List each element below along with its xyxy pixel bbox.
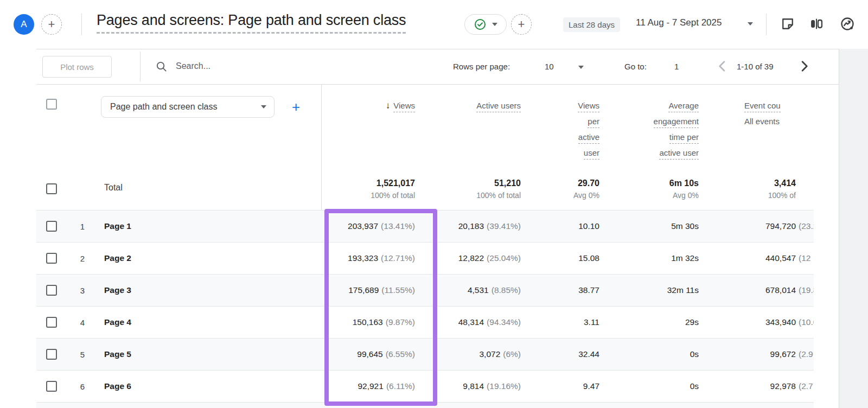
event-count-cell: 678,014(19.8 bbox=[722, 275, 796, 306]
dimension-selector-label: Page path and screen class bbox=[110, 102, 217, 112]
notes-icon[interactable] bbox=[780, 16, 795, 31]
rows-per-page-caret-icon[interactable] bbox=[578, 66, 584, 69]
total-views: 1,521,017100% of total bbox=[329, 168, 415, 210]
table-row: 2 Page 2 193,323(12.71%) 12,822(25.04%) … bbox=[36, 243, 814, 275]
total-event-count: 3,414100% of bbox=[722, 168, 796, 210]
row-index: 6 bbox=[74, 371, 91, 402]
chevron-down-icon bbox=[492, 23, 497, 26]
total-active-users: 51,210100% of total bbox=[429, 168, 521, 210]
active-users-cell: 48,314(94.34%) bbox=[429, 307, 521, 338]
views-cell: 175,689(11.55%) bbox=[329, 275, 415, 306]
go-to-label: Go to: bbox=[624, 62, 647, 71]
views-cell: 99,645(6.55%) bbox=[329, 339, 415, 370]
search-icon bbox=[155, 60, 168, 73]
row-index: 1 bbox=[74, 211, 91, 242]
previous-page-icon[interactable] bbox=[715, 59, 730, 74]
active-users-cell: 3,072(6%) bbox=[429, 339, 521, 370]
avg-engagement-cell: 1m 32s bbox=[624, 243, 699, 274]
next-row-sliver bbox=[36, 403, 814, 408]
rows-per-page-value[interactable]: 10 bbox=[545, 62, 554, 71]
date-preset-chip: Last 28 days bbox=[563, 17, 620, 32]
row-checkbox[interactable] bbox=[46, 349, 57, 360]
row-checkbox[interactable] bbox=[46, 253, 57, 264]
search-input[interactable] bbox=[175, 58, 381, 75]
total-row: Total 1,521,017100% of total 51,210100% … bbox=[36, 168, 814, 211]
event-count-cell: 92,978(2.7 bbox=[722, 371, 796, 402]
go-to-value[interactable]: 1 bbox=[674, 62, 679, 71]
total-label: Total bbox=[104, 183, 123, 193]
add-comparison-button[interactable]: + bbox=[41, 14, 62, 35]
table-row: 3 Page 3 175,689(11.55%) 4,531(8.85%) 38… bbox=[36, 275, 814, 307]
insights-icon[interactable] bbox=[840, 16, 855, 31]
report-status-dropdown[interactable] bbox=[464, 14, 507, 35]
views-cell: 92,921(6.11%) bbox=[329, 371, 415, 402]
right-gutter bbox=[839, 49, 868, 408]
views-per-active-user-cell: 9.47 bbox=[534, 371, 599, 402]
row-page-name: Page 1 bbox=[104, 211, 131, 242]
column-header-views-per-active-user[interactable]: Views per active user bbox=[578, 100, 599, 163]
total-row-checkbox[interactable] bbox=[46, 183, 57, 194]
views-cell: 193,323(12.71%) bbox=[329, 243, 415, 274]
table-row: 1 Page 1 203,937(13.41%) 20,183(39.41%) … bbox=[36, 211, 814, 243]
active-users-cell: 20,183(39.41%) bbox=[429, 211, 521, 242]
column-header-active-users[interactable]: Active users bbox=[476, 100, 521, 116]
row-checkbox[interactable] bbox=[46, 221, 57, 232]
row-checkbox[interactable] bbox=[46, 285, 57, 296]
avg-engagement-cell: 32m 11s bbox=[624, 275, 699, 306]
table-row: 4 Page 4 150,163(9.87%) 48,314(94.34%) 3… bbox=[36, 307, 814, 339]
avg-engagement-cell: 0s bbox=[624, 371, 699, 402]
avg-engagement-cell: 5m 30s bbox=[624, 211, 699, 242]
table-body: 1 Page 1 203,937(13.41%) 20,183(39.41%) … bbox=[36, 211, 814, 403]
table-row: 6 Page 6 92,921(6.11%) 9,814(19.16%) 9.4… bbox=[36, 371, 814, 403]
avatar[interactable]: A bbox=[14, 14, 34, 35]
row-index: 2 bbox=[74, 243, 91, 274]
dimension-selector-dropdown[interactable]: Page path and screen class bbox=[101, 96, 275, 118]
column-header-avg-engagement-time[interactable]: Average engagement time per active user bbox=[654, 100, 699, 163]
row-index: 5 bbox=[74, 339, 91, 370]
row-index: 3 bbox=[74, 275, 91, 306]
column-header-event-count[interactable]: Event cou All events bbox=[744, 100, 781, 131]
total-avg-engagement: 6m 10sAvg 0% bbox=[624, 168, 699, 210]
active-users-cell: 12,822(25.04%) bbox=[429, 243, 521, 274]
report-table-card: Plot rows Rows per page: 10 Go to: 1 1-1… bbox=[0, 49, 868, 408]
add-dimension-button[interactable]: + bbox=[289, 99, 303, 115]
views-per-active-user-cell: 32.44 bbox=[534, 339, 599, 370]
compare-icon[interactable] bbox=[809, 16, 824, 31]
views-per-active-user-cell: 15.08 bbox=[534, 243, 599, 274]
total-views-per-active-user: 29.70Avg 0% bbox=[534, 168, 599, 210]
active-users-cell: 9,814(19.16%) bbox=[429, 371, 521, 402]
date-caret-icon[interactable] bbox=[748, 22, 753, 25]
row-page-name: Page 4 bbox=[104, 307, 131, 338]
row-page-name: Page 6 bbox=[104, 371, 131, 402]
add-comparison-button-2[interactable]: + bbox=[511, 14, 532, 35]
next-page-icon[interactable] bbox=[796, 59, 812, 74]
column-header-views[interactable]: ↓Views bbox=[386, 100, 415, 116]
row-page-name: Page 5 bbox=[104, 339, 131, 370]
pagination-range: 1-10 of 39 bbox=[737, 62, 774, 71]
select-all-checkbox[interactable] bbox=[46, 99, 57, 110]
page-title[interactable]: Pages and screens: Page path and screen … bbox=[97, 12, 406, 34]
views-per-active-user-cell: 3.11 bbox=[534, 307, 599, 338]
toolbar-bottom-border bbox=[36, 84, 839, 85]
check-circle-icon bbox=[474, 18, 487, 31]
table-row: 5 Page 5 99,645(6.55%) 3,072(6%) 32.44 0… bbox=[36, 339, 814, 371]
event-count-cell: 440,547(12 bbox=[722, 243, 796, 274]
avg-engagement-cell: 29s bbox=[624, 307, 699, 338]
row-index: 4 bbox=[74, 307, 91, 338]
event-count-cell: 99,672(2.9 bbox=[722, 339, 796, 370]
views-per-active-user-cell: 38.77 bbox=[534, 275, 599, 306]
sort-desc-icon: ↓ bbox=[386, 100, 391, 111]
app-bar: A + Pages and screens: Page path and scr… bbox=[0, 0, 868, 49]
event-count-cell: 794,720(23.2 bbox=[722, 211, 796, 242]
views-per-active-user-cell: 10.10 bbox=[534, 211, 599, 242]
row-page-name: Page 2 bbox=[104, 243, 131, 274]
dimension-caret-icon bbox=[261, 105, 266, 109]
active-users-cell: 4,531(8.85%) bbox=[429, 275, 521, 306]
row-checkbox[interactable] bbox=[46, 317, 57, 328]
views-cell: 150,163(9.87%) bbox=[329, 307, 415, 338]
row-checkbox[interactable] bbox=[46, 381, 57, 392]
header-divider-2 bbox=[766, 14, 767, 35]
plot-rows-button[interactable]: Plot rows bbox=[42, 56, 112, 78]
date-range-text[interactable]: 11 Aug - 7 Sept 2025 bbox=[636, 17, 722, 28]
rows-per-page-label: Rows per page: bbox=[453, 62, 510, 71]
